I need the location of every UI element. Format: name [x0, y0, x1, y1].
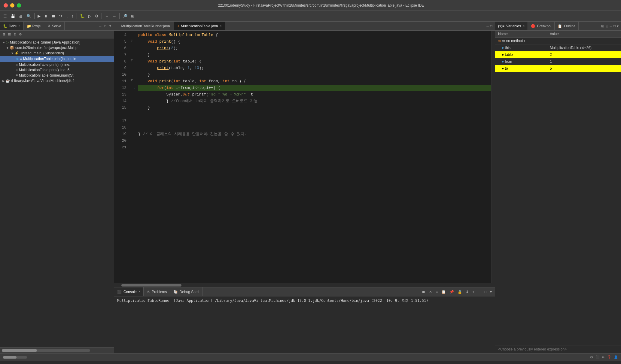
toolbar-btn-save[interactable]: 💾 [9, 13, 17, 19]
status-scroll-indicator [3, 356, 33, 359]
title-bar: 221001udemyStudy - FirstJavaProjectWithi… [0, 0, 621, 11]
minimize-button[interactable] [10, 3, 14, 8]
toolbar-btn-ext[interactable]: ⚙ [93, 13, 100, 19]
tab-variables[interactable]: (x)= Variables × [495, 22, 528, 30]
console-filter-btn[interactable]: ≡ [434, 289, 439, 295]
console-output: MultiplicationTableRunner [Java Applicat… [114, 296, 495, 353]
toolbar-btn-back[interactable]: ← [103, 13, 110, 19]
status-icon-4[interactable]: ❓ [607, 355, 611, 359]
tab-mult-close[interactable]: × [220, 24, 222, 28]
editor-maximize-btn[interactable]: □ [490, 24, 492, 28]
thread-icon: ⚡ [14, 51, 19, 55]
toolbar-btn-stop[interactable]: ⏹ [50, 13, 57, 19]
tab-problems[interactable]: ⚠ Problems [144, 287, 170, 296]
fold-8[interactable]: ▽ [131, 59, 133, 62]
toolbar-btn-debug[interactable]: 🐛 [78, 13, 86, 19]
toolbar-btn-run2[interactable]: ▷ [87, 13, 93, 19]
console-copy-btn[interactable]: 📋 [440, 289, 447, 295]
right-panel-maximize[interactable]: □ [613, 24, 616, 28]
fold-5[interactable]: ▽ [131, 39, 133, 42]
tab-debug-close[interactable]: × [19, 24, 20, 28]
editor-vertical-scrollbar[interactable] [491, 31, 495, 283]
panel-toolbar-btn1[interactable]: ⊞ [2, 32, 6, 37]
toolbar-btn-search[interactable]: 🔍 [25, 13, 33, 19]
tab-console[interactable]: ⬛ Console × [114, 287, 144, 296]
tab-console-close[interactable]: × [139, 290, 140, 293]
tab-runner[interactable]: J MultiplicationTableRunner.java [114, 22, 174, 30]
tree-item-frame-3[interactable]: ≡ MultiplicationTable.print() line: 6 [0, 67, 114, 73]
status-icon-5[interactable]: 👤 [614, 355, 618, 359]
tab-debug[interactable]: 🐛 Debu × [0, 22, 24, 30]
console-menu-btn[interactable]: ▾ [489, 289, 493, 295]
right-panel-toolbar-btn2[interactable]: ⊟ [605, 24, 608, 28]
var-group-icon: ⊕ [498, 39, 501, 43]
tab-breakpoints[interactable]: 🔴 Breakpoi [528, 22, 555, 30]
code-area[interactable]: 4 5 6 7 8 9 10 11 12 13 14 15 17 18 19 [114, 31, 495, 283]
left-panel-maximize[interactable]: □ [103, 24, 107, 28]
console-paste-btn[interactable]: 📌 [448, 289, 455, 295]
toolbar-btn-stepreturn[interactable]: ↑ [70, 13, 75, 19]
console-minimize-btn[interactable]: ─ [477, 289, 482, 295]
code-line-16 [138, 111, 491, 118]
toolbar-btn-perspective[interactable]: ⊞ [129, 13, 136, 19]
close-button[interactable] [4, 3, 8, 8]
tab-server-label: Serve [52, 24, 61, 28]
editor-minimize-btn[interactable]: ─ [486, 24, 489, 28]
toolbar-btn-run[interactable]: ▶ [36, 13, 42, 19]
fold-11[interactable]: ▽ [131, 78, 133, 82]
tab-debug-shell[interactable]: 🐚 Debug Shell [170, 287, 202, 296]
toolbar-btn-pause[interactable]: ⏸ [43, 13, 50, 19]
tree-item-jre[interactable]: ▶ ☕ /Library/Java/JavaVirtualMachines/jd… [0, 78, 114, 83]
debug-tree[interactable]: ▼ ▷ MultiplicationTableRunner [Java Appl… [0, 38, 114, 347]
panel-toolbar-disconnect[interactable]: ⊗ [13, 32, 17, 37]
var-from-icon: ● [502, 59, 504, 64]
expression-input[interactable] [495, 345, 621, 353]
toolbar-btn-stepinto[interactable]: ↓ [65, 13, 70, 19]
right-panel-minimize[interactable]: ─ [610, 24, 612, 28]
code-content[interactable]: public class MultiplicationTable { void … [135, 31, 491, 283]
console-stop-btn[interactable]: ⏹ [421, 289, 427, 295]
jre-icon: ☕ [5, 79, 10, 83]
toolbar-btn-fwd[interactable]: → [111, 13, 118, 19]
variables-spacer [495, 72, 621, 345]
tree-item-app[interactable]: ▼ ▷ MultiplicationTableRunner [Java Appl… [0, 40, 114, 45]
toolbar-separator-4 [119, 13, 120, 19]
status-icon-1[interactable]: ⚙ [590, 355, 593, 359]
right-panel-toolbar-btn1[interactable]: ⊞ [601, 24, 604, 28]
var-table-label: table [505, 53, 513, 57]
console-clear-btn[interactable]: ✕ [428, 289, 433, 295]
status-icon-3[interactable]: ✏ [602, 355, 605, 359]
tab-variables-close[interactable]: × [523, 24, 525, 28]
toolbar-btn-search2[interactable]: 🔎 [121, 13, 129, 19]
code-line-12: ➤ for(int i=from;i<=to;i++) { [138, 85, 491, 91]
toolbar-btn-print[interactable]: 🖨 [17, 13, 24, 19]
tree-item-frame-1[interactable]: ➤ ≡ MultiplicationTable.print(int, int, … [0, 56, 114, 62]
tree-item-frame-2[interactable]: ≡ MultiplicationTable.print(int) line: [0, 62, 114, 67]
left-panel-minimize[interactable]: ─ [98, 24, 102, 28]
status-icon-2[interactable]: ⬛ [595, 355, 600, 359]
console-scroll-lock-btn[interactable]: 🔒 [456, 289, 463, 295]
tab-outline[interactable]: 📋 Outline [555, 22, 579, 30]
right-panel-menu[interactable]: ▾ [617, 24, 619, 28]
tab-runner-label: MultiplicationTableRunner.java [121, 24, 170, 28]
left-panel-menu[interactable]: ▾ [108, 24, 112, 28]
tab-project[interactable]: 📁 Proje [24, 22, 44, 30]
maximize-button[interactable] [17, 3, 21, 8]
arrow-icon: ▼ [2, 41, 5, 44]
tree-item-thread[interactable]: ▼ ⚡ Thread [main] (Suspended) [0, 50, 114, 56]
toolbar-btn-stepover[interactable]: ↷ [58, 13, 64, 19]
left-scrollbar[interactable] [2, 349, 90, 352]
editor-horizontal-scroll[interactable] [114, 283, 495, 287]
tab-server[interactable]: 🖥 Serve [44, 22, 65, 30]
tree-item-frame-4[interactable]: ≡ MultiplicationTableRunner.main(St [0, 73, 114, 78]
console-maximize-btn[interactable]: □ [483, 289, 488, 295]
tab-multiplication[interactable]: J MultiplicationTable.java × [174, 22, 226, 30]
panel-toolbar-settings[interactable]: ⚙ [18, 32, 23, 37]
tab-project-label: Proje [32, 24, 41, 28]
console-scroll-end-btn[interactable]: ⬇ [464, 289, 470, 295]
console-new-console-btn[interactable]: + [471, 289, 476, 295]
tree-item-package[interactable]: ▼ 📦 com.in28minutes.firstjavaproject.Mul… [0, 45, 114, 50]
editor-hscroll-thumb[interactable] [121, 284, 181, 287]
toolbar-btn-1[interactable]: ☰ [2, 13, 8, 19]
panel-toolbar-btn2[interactable]: ⊟ [7, 32, 12, 37]
